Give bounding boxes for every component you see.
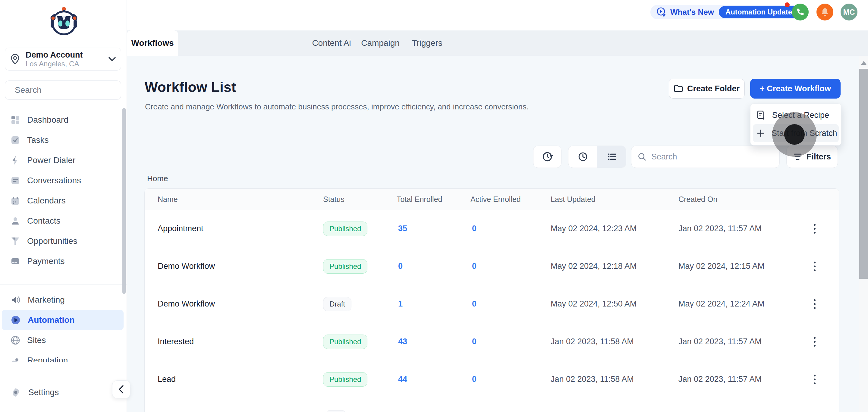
workflow-search[interactable] (631, 146, 780, 168)
lightning-icon (11, 156, 20, 165)
total-enrolled-link[interactable]: 43 (398, 323, 407, 360)
view-toggle-time[interactable] (568, 146, 597, 167)
active-enrolled-link[interactable]: 0 (472, 285, 476, 323)
whats-new-pill[interactable]: What's New Automation Updates (650, 5, 805, 19)
row-actions-kebab[interactable] (807, 248, 822, 285)
sidebar-collapse-button[interactable] (112, 380, 130, 399)
table-row[interactable]: Appointment Published 35 0 May 02 2024, … (145, 210, 839, 248)
automation-updates-badge[interactable]: Automation Updates (719, 6, 803, 18)
reputation-icon (11, 356, 20, 362)
page-scrollbar-thumb[interactable] (859, 69, 868, 279)
col-last-updated: Last Updated (551, 189, 595, 210)
col-created-on: Created On (678, 189, 717, 210)
table-row[interactable]: Interested Published 43 0 Jan 02 2023, 1… (145, 323, 839, 361)
whatsapp-phone-button[interactable] (792, 4, 809, 21)
sidebar-item-contacts[interactable]: Contacts (0, 211, 127, 231)
sidebar-item-label: Opportunities (27, 236, 78, 246)
user-avatar[interactable]: MC (841, 4, 858, 21)
workflow-name[interactable]: Lead (158, 360, 176, 398)
create-folder-button[interactable]: Create Folder (669, 79, 745, 99)
view-toggle-list[interactable] (597, 146, 626, 167)
active-enrolled-link[interactable]: 0 (472, 323, 476, 360)
globe-icon (11, 336, 20, 345)
sidebar-item-calendars[interactable]: Calendars (0, 190, 127, 211)
sidebar-search-input[interactable] (14, 85, 124, 95)
sidebar-item-label: Tasks (27, 135, 49, 145)
table-row[interactable]: Demo Workflow Draft 1 0 May 02 2024, 12:… (145, 285, 839, 323)
sidebar-item-automation[interactable]: Automation (2, 310, 124, 330)
last-updated: May 02 2024, 12:23 AM (551, 210, 637, 248)
workflow-name[interactable]: Demo Workflow (158, 248, 215, 285)
workflow-search-input[interactable] (651, 152, 773, 162)
table-row-partial[interactable] (145, 398, 839, 412)
create-workflow-button[interactable]: + Create Workflow (750, 79, 841, 99)
credit-card-icon (11, 257, 20, 266)
location-pin-icon (10, 53, 20, 65)
scrollbar-up-arrow[interactable] (861, 61, 867, 65)
create-folder-label: Create Folder (687, 84, 740, 93)
sidebar-item-conversations[interactable]: Conversations (0, 170, 127, 190)
workflow-name[interactable]: Appointment (158, 210, 204, 248)
sidebar-item-reputation[interactable]: Reputation (0, 350, 127, 362)
status-badge: Published (323, 222, 367, 236)
workflow-table: Name Status Total Enrolled Active Enroll… (144, 188, 839, 412)
created-on: Jan 02 2023, 11:57 AM (678, 360, 762, 398)
notifications-button[interactable] (816, 4, 833, 21)
create-workflow-label: + Create Workflow (760, 84, 831, 93)
account-name: Demo Account (26, 50, 108, 60)
sidebar-search[interactable] (5, 81, 121, 100)
tab-campaign[interactable]: Campaign (356, 30, 404, 56)
sidebar-item-label: Settings (28, 388, 59, 397)
sidebar-item-opportunities[interactable]: Opportunities (0, 231, 127, 251)
dashboard-grid-icon (11, 116, 20, 124)
table-header: Name Status Total Enrolled Active Enroll… (145, 189, 839, 210)
tasks-check-icon (11, 136, 20, 145)
created-on: May 02 2024, 12:15 AM (678, 248, 764, 285)
kebab-icon (813, 223, 816, 234)
status-badge: Published (323, 372, 367, 387)
recipe-file-icon (756, 110, 766, 120)
last-updated: May 02 2024, 12:18 AM (551, 248, 637, 285)
sidebar-item-marketing[interactable]: Marketing (0, 290, 127, 310)
clock-history-icon (542, 151, 553, 162)
row-actions-kebab[interactable] (807, 323, 822, 360)
sidebar-item-power-dialer[interactable]: Power Dialer (0, 150, 127, 170)
breadcrumb[interactable]: Home (147, 174, 168, 183)
workflow-name[interactable]: Interested (158, 323, 194, 360)
active-enrolled-link[interactable]: 0 (472, 360, 476, 398)
row-actions-kebab[interactable] (807, 360, 822, 398)
sidebar-item-label: Contacts (27, 216, 61, 226)
person-icon (11, 216, 20, 225)
filters-label: Filters (807, 152, 831, 162)
total-enrolled-link[interactable]: 0 (398, 248, 403, 285)
status-badge: Draft (323, 297, 351, 311)
sidebar-item-label: Automation (28, 315, 75, 325)
account-location: Los Angeles, CA (26, 60, 108, 68)
total-enrolled-link[interactable]: 44 (398, 360, 407, 398)
tab-triggers[interactable]: Triggers (404, 30, 450, 56)
sidebar-scrollbar[interactable] (122, 108, 126, 294)
row-actions-kebab[interactable] (807, 210, 822, 248)
plus-icon (756, 129, 765, 137)
enrollment-history-button[interactable] (533, 146, 561, 168)
row-actions-kebab[interactable] (807, 285, 822, 323)
active-enrolled-link[interactable]: 0 (472, 248, 476, 285)
sidebar-item-payments[interactable]: Payments (0, 251, 127, 271)
tab-workflows[interactable]: Workflows (127, 30, 178, 56)
sidebar-item-settings[interactable]: Settings (0, 382, 127, 402)
kebab-icon (813, 261, 816, 272)
sidebar-item-dashboard[interactable]: Dashboard (0, 110, 127, 130)
active-enrolled-link[interactable]: 0 (472, 210, 476, 248)
sidebar-item-tasks[interactable]: Tasks (0, 130, 127, 150)
total-enrolled-link[interactable]: 1 (398, 285, 403, 323)
notification-dot (785, 2, 789, 7)
calendar-icon (11, 196, 20, 205)
table-row[interactable]: Lead Published 44 0 Jan 02 2023, 11:58 A… (145, 360, 839, 399)
table-row[interactable]: Demo Workflow Published 0 0 May 02 2024,… (145, 248, 839, 285)
workflow-name[interactable]: Demo Workflow (158, 285, 215, 323)
account-switcher[interactable]: Demo Account Los Angeles, CA (5, 47, 121, 70)
total-enrolled-link[interactable]: 35 (398, 210, 407, 248)
sidebar-item-sites[interactable]: Sites (0, 330, 127, 350)
tab-content-ai[interactable]: Content Ai (307, 30, 355, 56)
sidebar-item-label: Sites (27, 336, 46, 345)
